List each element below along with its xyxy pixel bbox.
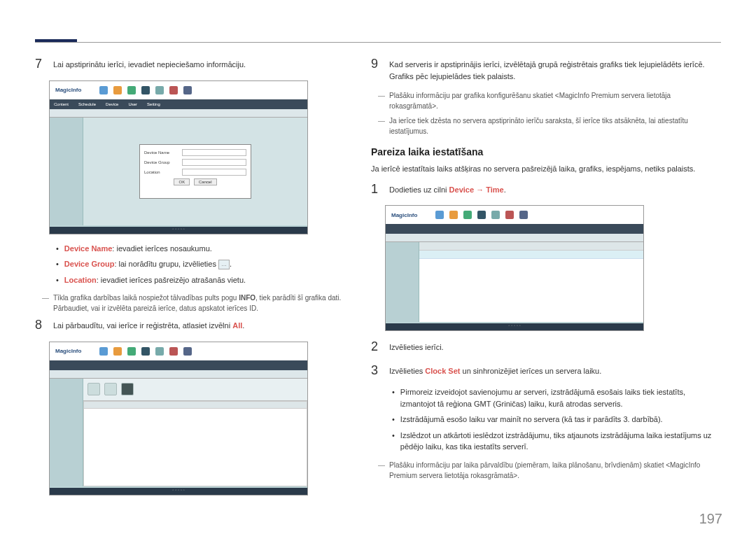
topbar-icon — [477, 211, 486, 219]
step-9: 9 Kad serveris ir apstiprinājis ierīci, … — [371, 57, 721, 82]
note-schedule-config: Plašāku informāciju par grafika konfigur… — [378, 90, 721, 111]
topbar-icon — [169, 347, 178, 356]
main-tabs: Content Schedule Device User Setting — [50, 99, 307, 109]
step-8: 8 Lai pārbaudītu, vai ierīce ir reģistrē… — [35, 318, 350, 333]
app-logo: MagicInfo — [55, 87, 81, 93]
app-body — [50, 379, 307, 486]
sidebar — [386, 242, 419, 322]
topbar-icons — [99, 347, 192, 356]
bullet-text: : ievadiet ierīces pašreizējo atrašanās … — [97, 276, 246, 284]
bottombar: ◦ ◦ ◦ ◦ ◦ — [50, 227, 307, 234]
topbar-icon — [449, 211, 458, 219]
topbar-icon — [183, 86, 192, 94]
page-header-rule — [35, 0, 721, 43]
step-number: 8 — [35, 318, 45, 333]
step-text: Dodieties uz cilni Device → Time. — [389, 182, 506, 196]
dlg-label-location: Location — [144, 170, 179, 174]
list-header — [84, 402, 307, 409]
step-2: 2 Izvēlieties ierīci. — [371, 339, 721, 355]
topbar-icons — [99, 86, 192, 94]
topbar-icon — [505, 211, 514, 219]
step-text: Lai pārbaudītu, vai ierīce ir reģistrēta… — [53, 318, 244, 332]
section-title: Pareiza laika iestatīšana — [371, 146, 721, 157]
app-body — [386, 242, 643, 322]
note-device-delete: Ja ierīce tiek dzēsta no servera apstipr… — [378, 115, 721, 136]
sub-tabbar — [386, 234, 643, 242]
two-column-layout: 7 Lai apstiprinātu ierīci, ievadiet nepi… — [0, 43, 756, 504]
tab: Content — [54, 102, 69, 106]
step-text-after: . — [242, 321, 244, 330]
note-bold: INFO — [239, 294, 255, 302]
bullet-text: Izstrādājumā esošo laiku var mainīt no s… — [400, 414, 663, 426]
bullet-location: Location: ievadiet ierīces pašreizējo at… — [56, 274, 350, 286]
right-column: 9 Kad serveris ir apstiprinājis ierīci, … — [371, 57, 721, 504]
topbar-icon — [127, 347, 136, 356]
app-logo: MagicInfo — [391, 212, 417, 218]
topbar-icon — [183, 347, 192, 356]
app-topbar: MagicInfo — [386, 206, 643, 224]
tab: Device — [106, 102, 118, 106]
dlg-input-devicename — [182, 149, 246, 156]
topbar-icon — [155, 347, 164, 356]
bullet-label: Device Name — [64, 244, 113, 253]
sidebar — [50, 379, 83, 486]
topbar-icon — [169, 86, 178, 94]
step-text-before: Izvēlieties — [389, 367, 425, 375]
step-1: 1 Dodieties uz cilni Device → Time. — [371, 182, 721, 197]
topbar-icons — [435, 211, 528, 219]
step-bold: Clock Set — [425, 367, 460, 375]
section-description: Ja ierīcē iestatītais laiks atšķiras no … — [371, 163, 721, 175]
step-bold: Time — [486, 185, 503, 194]
step-text-after: . — [504, 185, 506, 194]
dlg-label-devicename: Device Name — [144, 150, 179, 155]
topbar-icon — [127, 86, 136, 94]
step-number: 2 — [371, 339, 381, 355]
bullet-text: Izslēdzot un atkārtoti ieslēdzot izstrād… — [400, 430, 721, 453]
topbar-icon — [519, 211, 528, 219]
step-arrow: → — [474, 185, 486, 194]
note-text: Ja ierīce tiek dzēsta no servera apstipr… — [389, 115, 721, 136]
list-row — [419, 251, 643, 259]
topbar-icon — [99, 86, 108, 94]
bullet-text: : lai norādītu grupu, izvēlieties — [114, 260, 216, 268]
bullet-text: Pirmoreiz izveidojot savienojumu ar serv… — [400, 386, 721, 409]
header-accent-bar — [35, 39, 77, 42]
dlg-label-devicegroup: Device Group — [144, 160, 179, 164]
bullet-trailing: . — [230, 260, 232, 268]
topbar-icon — [113, 347, 122, 356]
app-body: Device Name Device Group Location OK Can… — [50, 118, 307, 225]
step-text: Lai apstiprinātu ierīci, ievadiet nepiec… — [53, 57, 246, 71]
time-bullets: Pirmoreiz izveidojot savienojumu ar serv… — [392, 386, 721, 453]
step-bold: All — [232, 321, 242, 330]
step-3: 3 Izvēlieties Clock Set un sinhronizējie… — [371, 363, 721, 379]
dlg-input-devicegroup — [182, 159, 246, 166]
app-topbar: MagicInfo — [50, 342, 307, 360]
step-text: Izvēlieties ierīci. — [389, 339, 444, 353]
bullet-label: Device Group — [64, 260, 115, 268]
tool-btn — [121, 383, 134, 395]
main-area — [83, 379, 307, 486]
screenshot-device-time: MagicInfo ◦ ◦ ◦ ◦ ◦ — [385, 205, 644, 331]
toolbar — [83, 379, 307, 401]
dlg-input-location — [182, 169, 246, 176]
topbar-icon — [99, 347, 108, 356]
main-area — [419, 242, 643, 322]
device-list — [83, 401, 307, 486]
bottombar: ◦ ◦ ◦ ◦ ◦ — [50, 488, 307, 495]
bullet-device-name: Device Name: ievadiet ierīces nosaukumu. — [56, 243, 350, 255]
bullet-device-group: Device Group: lai norādītu grupu, izvēli… — [56, 258, 350, 270]
note-text: Plašāku informāciju par grafika konfigur… — [389, 90, 721, 111]
bullet-text: : ievadiet ierīces nosaukumu. — [112, 244, 211, 253]
main-tabs — [50, 360, 307, 370]
step-number: 3 — [371, 363, 381, 379]
bullet-item: Izslēdzot un atkārtoti ieslēdzot izstrād… — [392, 430, 721, 453]
group-select-icon: … — [218, 260, 230, 269]
step-text-before: Dodieties uz cilni — [389, 185, 449, 194]
topbar-icon — [155, 86, 164, 94]
note-text: Tīkla grafika darbības laikā nospiežot t… — [53, 293, 350, 314]
bullet-item: Pirmoreiz izveidojot savienojumu ar serv… — [392, 386, 721, 409]
main-area: Device Name Device Group Location OK Can… — [83, 118, 307, 225]
left-column: 7 Lai apstiprinātu ierīci, ievadiet nepi… — [35, 57, 350, 504]
bottombar: ◦ ◦ ◦ ◦ ◦ — [386, 323, 643, 330]
note-text: Plašāku informāciju par laika pārvaldību… — [389, 460, 721, 481]
